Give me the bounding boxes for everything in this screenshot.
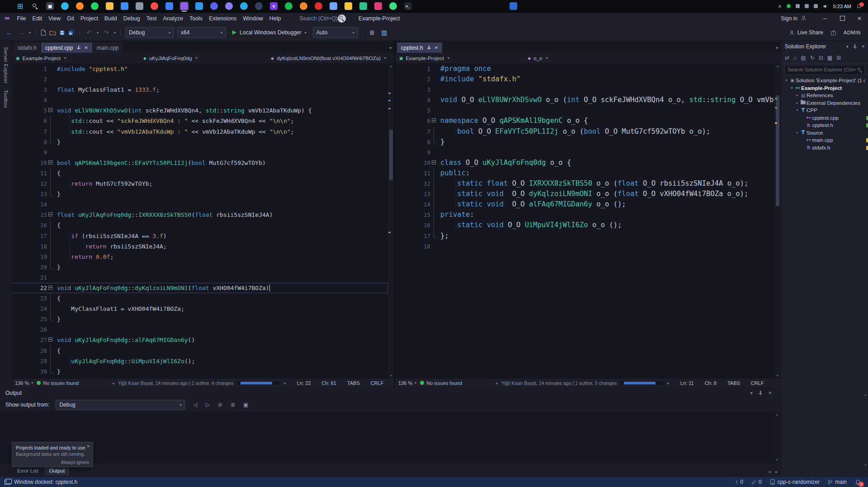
fold-gutter[interactable] — [47, 241, 55, 252]
taskbar-rider-icon[interactable] — [373, 1, 383, 11]
navigate-back-icon[interactable]: ← — [5, 29, 14, 36]
fold-gutter[interactable] — [47, 158, 55, 168]
fold-gutter[interactable] — [47, 126, 55, 137]
fold-gutter[interactable] — [430, 168, 438, 178]
expander-icon[interactable]: ▸ — [795, 94, 800, 97]
close-button[interactable]: ✕ — [851, 12, 868, 24]
tray-display-icon[interactable] — [805, 4, 809, 8]
breadcrumb-cell[interactable]: ▣Example-Project▾ — [395, 56, 524, 61]
expander-icon[interactable]: ▾ — [795, 131, 800, 135]
code-line[interactable]: 4 — [12, 95, 388, 105]
scroll-right-icon[interactable]: ▸ — [667, 381, 670, 385]
taskbar-pinned-app-icon[interactable] — [509, 1, 518, 11]
close-icon[interactable]: ✕ — [86, 444, 90, 449]
code-line[interactable]: 12 static float O_O IXRXXX8zSkTBS50 o_o … — [395, 178, 774, 189]
menu-test[interactable]: Test — [143, 12, 160, 24]
scroll-up-icon[interactable]: ▲ — [864, 393, 867, 396]
horizontal-scroll-thumb[interactable] — [241, 382, 272, 384]
fold-gutter[interactable] — [430, 137, 438, 147]
code-editor-right[interactable]: 1#pragma once2#include "stdafx.h"34void … — [395, 64, 781, 378]
code-line[interactable]: 28{ — [12, 346, 388, 356]
document-tab-main.cpp[interactable]: main.cpp — [93, 42, 123, 53]
save-icon[interactable] — [59, 30, 65, 36]
code-line[interactable]: 14 — [12, 199, 388, 210]
tree-item-cpptest.cpp[interactable]: ++cpptest.cpp — [781, 114, 865, 122]
branch-selector[interactable]: main — [828, 479, 847, 485]
fold-gutter[interactable] — [47, 356, 55, 366]
scroll-down-icon[interactable]: ▼ — [388, 374, 394, 377]
close-icon[interactable]: ✕ — [861, 44, 865, 49]
goto-previous-message-icon[interactable]: ◁ — [193, 402, 197, 408]
code-line[interactable]: 1#include "cpptest.h" — [12, 64, 388, 74]
taskbar-firefox-icon[interactable] — [75, 1, 85, 11]
tree-item-main.cpp[interactable]: ++main.cpp — [781, 136, 865, 144]
fold-gutter[interactable] — [47, 74, 55, 84]
taskbar-whatsapp-icon[interactable] — [90, 1, 99, 11]
code-line[interactable]: 27void uKyJlAqFoFnq0dg::alFAq67MIGDan6y(… — [12, 335, 388, 345]
tray-shield-icon[interactable] — [796, 4, 800, 8]
scroll-down-icon[interactable]: ▼ — [774, 458, 780, 461]
taskbar-opera-gx-icon[interactable] — [314, 1, 323, 11]
hidden-icons-chevron-icon[interactable]: ∧ — [778, 4, 781, 9]
properties-icon[interactable]: ⊞ — [836, 55, 841, 61]
start-debugging-button[interactable]: Local Windows Debugger ▾ — [229, 27, 310, 38]
clock[interactable]: 5:23 AM — [833, 4, 851, 9]
menu-build[interactable]: Build — [101, 12, 120, 24]
always-ignore-link[interactable]: Always ignore — [61, 460, 89, 465]
open-file-icon[interactable] — [49, 30, 56, 36]
code-line[interactable]: 5void eLlV8UWrXhDSvwO(int sckFeJWHdXVBQn… — [12, 105, 388, 116]
code-line[interactable]: 18 return rbsii5szSNIeJ4A; — [12, 241, 388, 252]
scroll-left-icon[interactable]: ◂ — [112, 381, 114, 385]
code-line[interactable]: 3float MyClassFloat1 = 1333.f; — [12, 84, 388, 95]
code-line[interactable]: 7 std::cout << "vmVb12AbaTKduWp : " << v… — [12, 126, 388, 137]
code-line[interactable]: 15float uKyJlAqFoFnq0dg::IXRXXX8zSkTBS50… — [12, 210, 388, 220]
expander-icon[interactable]: ▾ — [795, 108, 800, 112]
taskbar-store-icon[interactable] — [120, 1, 129, 11]
code-line[interactable]: 1#pragma once — [395, 64, 774, 74]
fold-gutter[interactable] — [47, 304, 55, 314]
clear-all-icon[interactable]: ⊘ — [218, 402, 222, 408]
code-line[interactable]: 6namespace O_O qAPSKmAl19bgenC o_o { — [395, 116, 774, 126]
fold-gutter[interactable] — [430, 158, 438, 168]
scroll-up-icon[interactable]: ▲ — [774, 413, 780, 416]
taskbar-discord-icon[interactable] — [209, 1, 219, 11]
fold-gutter[interactable] — [430, 220, 438, 230]
tab-pin-icon[interactable] — [426, 46, 431, 50]
taskbar-android-studio-icon[interactable] — [388, 1, 398, 11]
fold-gutter[interactable] — [47, 178, 55, 189]
pending-changes[interactable]: 0 — [751, 479, 762, 485]
document-tab-cpptest.cpp[interactable]: cpptest.cpp✕ — [41, 42, 92, 53]
taskbar-visual-studio-icon[interactable] — [179, 1, 189, 11]
scroll-right-icon[interactable]: ▶ — [775, 470, 778, 474]
code-line[interactable]: 9 — [395, 147, 774, 158]
taskbar-camera-icon[interactable] — [135, 1, 144, 11]
minimize-button[interactable]: ─ — [816, 12, 834, 24]
horizontal-scroll-thumb[interactable] — [624, 382, 656, 384]
new-file-icon[interactable] — [40, 29, 46, 36]
fold-gutter[interactable] — [47, 84, 55, 95]
scroll-down-icon[interactable]: ▼ — [774, 374, 781, 377]
sidebar-tab-toolbox[interactable]: Toolbox — [3, 90, 9, 108]
undo-icon[interactable]: ↶ — [85, 29, 94, 36]
scroll-left-icon[interactable]: ◂ — [495, 381, 498, 385]
code-line[interactable]: 14 static void O_O alFAq67MIGDan6y o_o (… — [395, 199, 774, 210]
home-icon[interactable]: ⌂ — [793, 55, 797, 61]
code-line[interactable]: 17}; — [395, 231, 774, 241]
expander-icon[interactable]: ▸ — [795, 101, 800, 105]
code-line[interactable]: 25} — [12, 314, 388, 324]
pin-icon[interactable] — [758, 391, 763, 396]
solution-configuration-combo[interactable]: Debug▾ — [125, 27, 174, 38]
taskbar-start-icon[interactable]: ⊞ — [15, 1, 25, 11]
code-line[interactable]: 6 std::cout << "sckFeJWHdXVBQn4 : " << s… — [12, 116, 388, 126]
menu-debug[interactable]: Debug — [120, 12, 143, 24]
spotify-tray-icon[interactable] — [787, 4, 791, 8]
tree-item-source[interactable]: ▾Source — [781, 129, 865, 137]
fold-gutter[interactable] — [47, 189, 55, 199]
fold-gutter[interactable] — [47, 366, 55, 377]
git-blame-info[interactable]: Yiğit Kaan Bayat, 14 minutes ago | 1 aut… — [501, 380, 617, 386]
breadcrumb-cell[interactable]: ◆uKyJlAqFoFnq0dg▾ — [139, 56, 267, 61]
code-line[interactable]: 19 return 0.0f; — [12, 252, 388, 262]
volume-icon[interactable] — [823, 4, 828, 9]
menu-extensions[interactable]: Extensions — [206, 12, 240, 24]
code-line[interactable]: 3 — [395, 84, 774, 95]
